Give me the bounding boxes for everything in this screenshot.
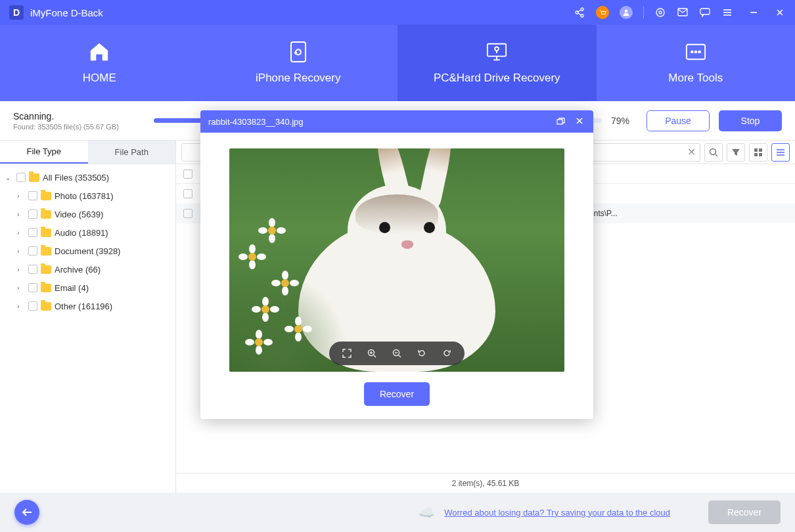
recover-button-modal[interactable]: Recover — [364, 382, 430, 406]
menu-icon[interactable] — [721, 7, 733, 18]
nav-home[interactable]: HOME — [0, 25, 199, 101]
tree-all-label: All Files (353505) — [43, 173, 109, 183]
sidebar-tabs: File Type File Path — [0, 141, 175, 164]
scan-percent: 79% — [611, 116, 637, 126]
close-preview-icon[interactable] — [574, 114, 585, 129]
tree-email[interactable]: ›Email (4) — [0, 278, 175, 297]
filter-icon[interactable] — [727, 143, 745, 162]
tree-all-files[interactable]: ⌄All Files (353505) — [0, 168, 175, 187]
tree-photo[interactable]: ›Photo (163781) — [0, 187, 175, 205]
preview-filename: rabbit-4303823__340.jpg — [208, 117, 548, 127]
rotate-right-icon[interactable] — [441, 347, 453, 359]
target-icon[interactable] — [654, 7, 666, 18]
tree-video-label: Video (5639) — [55, 210, 103, 219]
tab-file-type[interactable]: File Type — [0, 141, 88, 164]
recover-button-footer[interactable]: Recover — [708, 500, 781, 524]
svg-rect-30 — [754, 153, 758, 156]
fullscreen-icon[interactable] — [341, 347, 353, 359]
cloud-icon: ☁️ — [419, 504, 435, 520]
svg-rect-17 — [488, 44, 506, 56]
row-checkbox[interactable] — [183, 189, 193, 198]
svg-point-24 — [694, 51, 696, 53]
main-nav: HOME iPhone Recovery PC&Hard Drive Recov… — [0, 25, 795, 101]
svg-point-0 — [581, 8, 583, 11]
titlebar-icons — [574, 6, 786, 19]
chat-icon[interactable] — [699, 7, 711, 18]
nav-pc-hdd-recovery[interactable]: PC&Hard Drive Recovery — [398, 25, 597, 101]
restore-window-icon[interactable] — [555, 114, 567, 129]
app-logo: D — [9, 5, 24, 20]
row-checkbox[interactable] — [183, 209, 193, 218]
cart-icon[interactable] — [596, 6, 609, 19]
tree-audio-label: Audio (18891) — [55, 228, 108, 238]
svg-point-23 — [691, 51, 693, 53]
stop-button[interactable]: Stop — [719, 110, 782, 131]
nav-pchdd-label: PC&Hard Drive Recovery — [434, 72, 560, 85]
svg-rect-16 — [291, 42, 306, 62]
mail-icon[interactable] — [677, 7, 689, 18]
zoom-out-icon[interactable] — [391, 347, 403, 359]
svg-line-44 — [399, 355, 401, 357]
back-button[interactable] — [14, 500, 39, 525]
svg-line-4 — [578, 13, 581, 15]
monitor-key-icon — [486, 41, 507, 62]
svg-rect-29 — [759, 148, 762, 152]
tree-other-label: Other (161196) — [55, 301, 112, 311]
nav-more-label: More Tools — [668, 72, 723, 85]
svg-point-7 — [659, 11, 662, 14]
svg-line-27 — [716, 154, 717, 156]
cloud-backup-link[interactable]: Worred about losing data? Try saving you… — [444, 508, 670, 518]
home-icon — [89, 41, 110, 62]
preview-modal: rabbit-4303823__340.jpg — [200, 110, 593, 419]
svg-line-40 — [374, 355, 376, 357]
phone-refresh-icon — [288, 41, 309, 62]
share-icon[interactable] — [574, 7, 585, 18]
svg-point-2 — [581, 14, 583, 17]
selection-summary: 2 item(s), 45.61 KB — [176, 473, 795, 493]
pause-button[interactable]: Pause — [647, 110, 710, 131]
select-all-checkbox[interactable] — [183, 169, 193, 179]
tree-archive-label: Archive (66) — [55, 265, 101, 275]
tree-document-label: Document (3928) — [55, 246, 120, 256]
tree-audio[interactable]: ›Audio (18891) — [0, 223, 175, 242]
preview-header: rabbit-4303823__340.jpg — [200, 110, 593, 133]
list-view-icon[interactable] — [771, 143, 790, 162]
svg-point-20 — [495, 47, 499, 51]
nav-more-tools[interactable]: More Tools — [597, 25, 796, 101]
svg-point-6 — [656, 9, 664, 16]
svg-point-1 — [576, 11, 578, 14]
svg-point-25 — [698, 51, 700, 53]
search-icon[interactable] — [704, 143, 723, 162]
nav-iphone-label: iPhone Recovery — [256, 72, 340, 85]
zoom-in-icon[interactable] — [366, 347, 378, 359]
clear-search-icon[interactable]: ✕ — [687, 146, 696, 158]
svg-rect-31 — [759, 153, 762, 156]
tree-photo-label: Photo (163781) — [55, 191, 114, 201]
app-title: iMyFone D-Back — [30, 7, 103, 18]
user-icon[interactable] — [620, 6, 633, 19]
tree-video[interactable]: ›Video (5639) — [0, 205, 175, 223]
minimize-icon[interactable] — [748, 7, 760, 18]
svg-rect-9 — [700, 9, 710, 14]
svg-rect-28 — [754, 148, 758, 152]
close-icon[interactable] — [774, 7, 786, 18]
footer-bar: ☁️ Worred about losing data? Try saving … — [0, 493, 795, 532]
tab-file-path[interactable]: File Path — [88, 141, 176, 164]
scan-found-text: Found: 353505 file(s) (55.67 GB) — [13, 123, 145, 131]
sidebar: File Type File Path ⌄All Files (353505) … — [0, 141, 176, 493]
preview-image — [229, 148, 564, 372]
grid-view-icon[interactable] — [749, 143, 767, 162]
nav-iphone-recovery[interactable]: iPhone Recovery — [199, 25, 398, 101]
tree-other[interactable]: ›Other (161196) — [0, 297, 175, 315]
file-type-tree: ⌄All Files (353505) ›Photo (163781) ›Vid… — [0, 164, 175, 493]
svg-rect-36 — [557, 120, 562, 124]
title-bar: D iMyFone D-Back — [0, 0, 795, 25]
tree-email-label: Email (4) — [55, 283, 89, 293]
nav-home-label: HOME — [83, 72, 116, 85]
tree-archive[interactable]: ›Archive (66) — [0, 260, 175, 278]
svg-point-26 — [710, 148, 716, 154]
svg-point-5 — [625, 10, 628, 13]
image-controls — [329, 342, 465, 365]
tree-document[interactable]: ›Document (3928) — [0, 242, 175, 260]
rotate-left-icon[interactable] — [416, 347, 428, 359]
